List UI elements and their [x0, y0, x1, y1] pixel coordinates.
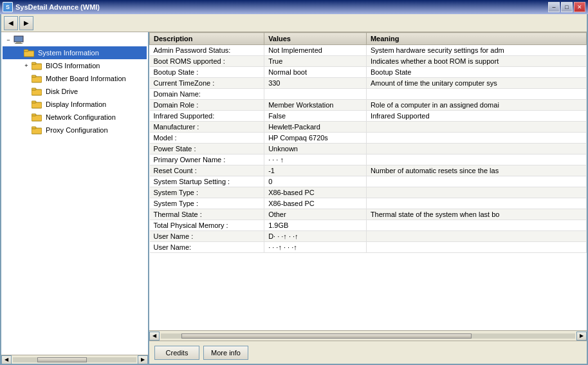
table-row[interactable]: Total Physical Memory :1.9GB [150, 220, 587, 231]
table-row[interactable]: Thermal State :OtherThermal state of the… [150, 209, 587, 220]
tree-toggle-network[interactable] [22, 113, 31, 122]
sidebar-label-proxy: Proxy Configuration [46, 126, 108, 134]
cell-meaning [366, 144, 586, 154]
tree-toggle-display[interactable] [22, 100, 31, 109]
sidebar-item-bios[interactable]: + BIOS Information [3, 59, 147, 72]
cell-values: True [264, 56, 367, 67]
cell-description: User Name : [150, 231, 264, 242]
sidebar-item-root[interactable]: − [3, 33, 147, 46]
cell-description: User Name: [150, 242, 264, 253]
tree-toggle-system[interactable] [14, 48, 23, 57]
cell-values: X86-based PC [264, 198, 367, 209]
cell-values: X86-based PC [264, 187, 367, 198]
scroll-left-button[interactable]: ◀ [1, 355, 12, 364]
sidebar-item-diskdrive[interactable]: Disk Drive [3, 85, 147, 98]
folder-icon-network [32, 112, 42, 122]
table-row[interactable]: Power State :Unknown [150, 144, 587, 154]
cell-meaning [366, 187, 586, 198]
folder-icon-diskdrive [32, 86, 42, 97]
svg-rect-8 [32, 75, 36, 77]
sidebar-item-proxy[interactable]: Proxy Configuration [3, 124, 147, 136]
app-icon: S [3, 2, 13, 12]
cell-description: Boot ROMS upported : [150, 56, 264, 67]
table-row[interactable]: System Type :X86-based PC [150, 187, 587, 198]
sidebar-item-display[interactable]: Display Information [3, 98, 147, 111]
back-button[interactable]: ◀ [4, 16, 18, 30]
table-row[interactable]: User Name :D· · ·↑ · ·↑ [150, 231, 587, 242]
table-scrollbar[interactable]: ◀ ▶ [149, 330, 587, 341]
minimize-button[interactable]: – [548, 2, 560, 12]
cell-meaning: Infrared Supported [366, 111, 586, 122]
table-row[interactable]: Primary Owner Name :· · · ↑ [150, 154, 587, 165]
cell-meaning [366, 220, 586, 231]
col-header-meaning: Meaning [366, 33, 586, 45]
table-row[interactable]: User Name:· · ·↑ · · ·↑ [150, 242, 587, 253]
cell-description: Model : [150, 133, 264, 144]
tree-toggle-motherboard[interactable] [22, 74, 31, 83]
sidebar-label-motherboard: Mother Board Information [46, 75, 126, 82]
cell-values: -1 [264, 165, 367, 176]
sidebar-item-network[interactable]: Network Configuration [3, 111, 147, 124]
table-scroll-left-button[interactable]: ◀ [149, 332, 160, 341]
folder-icon-motherboard [32, 73, 42, 84]
table-row[interactable]: Model :HP Compaq 6720s [150, 133, 587, 144]
svg-rect-14 [32, 114, 36, 116]
table-row[interactable]: Bootup State :Normal bootBootup State [150, 67, 587, 78]
more-info-button[interactable]: More info [203, 346, 248, 360]
forward-button[interactable]: ▶ [19, 16, 33, 30]
cell-values [264, 89, 367, 100]
cell-description: Admin Password Status: [150, 45, 264, 56]
cell-values: Unknown [264, 144, 367, 154]
maximize-button[interactable]: □ [561, 2, 573, 12]
tree-toggle-proxy[interactable] [22, 126, 31, 135]
toolbar: ◀ ▶ [1, 14, 587, 32]
table-row[interactable]: Domain Name: [150, 89, 587, 100]
table-scroll-right-button[interactable]: ▶ [576, 332, 587, 341]
cell-description: Manufacturer : [150, 122, 264, 133]
tree-toggle-diskdrive[interactable] [22, 87, 31, 96]
credits-button[interactable]: Credits [154, 346, 199, 360]
sidebar-scrollbar[interactable]: ◀ ▶ [1, 355, 148, 364]
cell-meaning: Thermal state of the system when last bo [366, 209, 586, 220]
cell-meaning [366, 242, 586, 253]
table-container[interactable]: Description Values Meaning Admin Passwor… [149, 32, 587, 330]
tree-toggle-root[interactable]: − [4, 35, 13, 44]
computer-icon [14, 35, 24, 45]
cell-meaning [366, 89, 586, 100]
cell-meaning [366, 198, 586, 209]
cell-meaning [366, 154, 586, 165]
cell-meaning [366, 133, 586, 144]
col-header-values: Values [264, 33, 367, 45]
svg-rect-1 [16, 42, 21, 43]
cell-values: 330 [264, 78, 367, 89]
cell-meaning [366, 176, 586, 187]
main-panel: Description Values Meaning Admin Passwor… [149, 32, 587, 364]
table-row[interactable]: Domain Role :Member WorkstationRole of a… [150, 100, 587, 111]
table-row[interactable]: Reset Count :-1Number of automatic reset… [150, 165, 587, 176]
scroll-thumb-sidebar[interactable] [37, 357, 87, 362]
cell-values: False [264, 111, 367, 122]
table-row[interactable]: System Startup Setting :0 [150, 176, 587, 187]
table-row[interactable]: Admin Password Status:Not ImplementedSys… [150, 45, 587, 56]
cell-meaning: Indicates whether a boot ROM is support [366, 56, 586, 67]
sidebar-item-system-information[interactable]: System Information [3, 46, 147, 59]
tree-toggle-bios[interactable]: + [22, 61, 31, 70]
cell-meaning: Role of a computer in an assigned domai [366, 100, 586, 111]
table-row[interactable]: System Type :X86-based PC [150, 198, 587, 209]
cell-description: Domain Role : [150, 100, 264, 111]
table-row[interactable]: Manufacturer :Hewlett-Packard [150, 122, 587, 133]
title-bar: S SysDetail Advance (WMI) – □ ✕ [0, 0, 588, 14]
cell-description: Total Physical Memory : [150, 220, 264, 231]
table-row[interactable]: Current TimeZone :330Amount of time the … [150, 78, 587, 89]
window-title: SysDetail Advance (WMI) [15, 3, 548, 11]
svg-rect-6 [32, 62, 36, 64]
sidebar-item-motherboard[interactable]: Mother Board Information [3, 72, 147, 85]
table-row[interactable]: Infrared Supported:FalseInfrared Support… [150, 111, 587, 122]
cell-description: Power State : [150, 144, 264, 154]
table-row[interactable]: Boot ROMS upported :TrueIndicates whethe… [150, 56, 587, 67]
close-button[interactable]: ✕ [574, 2, 585, 12]
sidebar-label-bios: BIOS Information [46, 62, 100, 70]
table-scroll-thumb[interactable] [181, 333, 472, 339]
scroll-right-button[interactable]: ▶ [138, 355, 148, 364]
cell-values: 0 [264, 176, 367, 187]
